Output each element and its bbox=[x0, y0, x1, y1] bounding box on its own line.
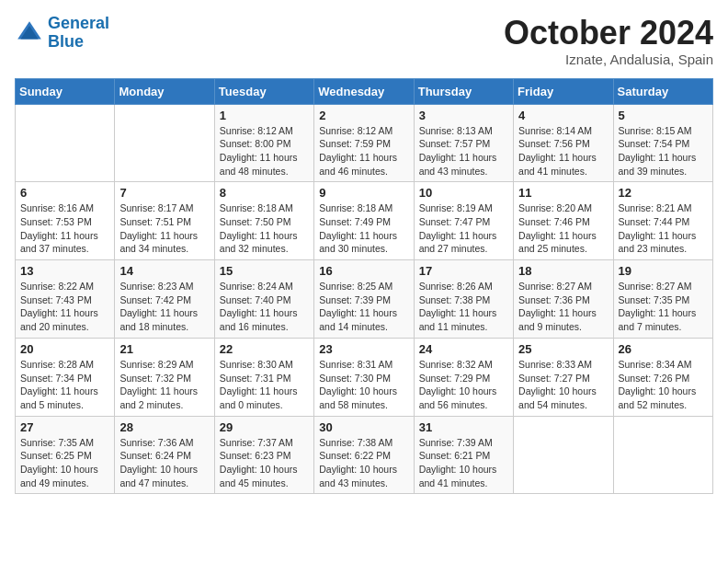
day-number: 23 bbox=[319, 342, 408, 356]
calendar-cell bbox=[514, 416, 613, 494]
day-info: Sunrise: 8:31 AMSunset: 7:30 PMDaylight:… bbox=[319, 358, 408, 412]
calendar-cell: 18Sunrise: 8:27 AMSunset: 7:36 PMDayligh… bbox=[514, 260, 613, 339]
calendar-cell: 7Sunrise: 8:17 AMSunset: 7:51 PMDaylight… bbox=[115, 182, 214, 260]
day-number: 6 bbox=[20, 186, 109, 200]
calendar-cell: 3Sunrise: 8:13 AMSunset: 7:57 PMDaylight… bbox=[414, 104, 513, 182]
day-number: 7 bbox=[119, 186, 209, 200]
header-cell-tuesday: Tuesday bbox=[214, 78, 313, 104]
day-number: 12 bbox=[619, 186, 708, 200]
day-number: 25 bbox=[518, 342, 608, 356]
day-number: 1 bbox=[220, 109, 309, 122]
calendar-cell: 5Sunrise: 8:15 AMSunset: 7:54 PMDaylight… bbox=[613, 104, 712, 182]
calendar-cell: 9Sunrise: 8:18 AMSunset: 7:49 PMDaylight… bbox=[314, 182, 414, 260]
day-info: Sunrise: 8:18 AMSunset: 7:50 PMDaylight:… bbox=[220, 201, 309, 256]
header-row: SundayMondayTuesdayWednesdayThursdayFrid… bbox=[16, 78, 713, 104]
calendar-cell bbox=[613, 416, 712, 494]
day-info: Sunrise: 8:19 AMSunset: 7:47 PMDaylight:… bbox=[419, 201, 508, 256]
day-info: Sunrise: 7:35 AMSunset: 6:25 PMDaylight:… bbox=[20, 436, 109, 490]
day-info: Sunrise: 8:21 AMSunset: 7:44 PMDaylight:… bbox=[619, 201, 708, 256]
calendar-body: 1Sunrise: 8:12 AMSunset: 8:00 PMDaylight… bbox=[16, 104, 713, 494]
day-info: Sunrise: 7:36 AMSunset: 6:24 PMDaylight:… bbox=[119, 436, 209, 490]
calendar-cell: 16Sunrise: 8:25 AMSunset: 7:39 PMDayligh… bbox=[314, 260, 414, 339]
day-info: Sunrise: 8:26 AMSunset: 7:38 PMDaylight:… bbox=[419, 280, 508, 334]
calendar-cell: 23Sunrise: 8:31 AMSunset: 7:30 PMDayligh… bbox=[314, 338, 414, 416]
day-info: Sunrise: 8:15 AMSunset: 7:54 PMDaylight:… bbox=[619, 124, 708, 178]
calendar-cell: 24Sunrise: 8:32 AMSunset: 7:29 PMDayligh… bbox=[414, 338, 513, 416]
day-number: 10 bbox=[419, 186, 508, 200]
day-number: 28 bbox=[119, 420, 209, 434]
day-info: Sunrise: 8:33 AMSunset: 7:27 PMDaylight:… bbox=[518, 358, 608, 412]
day-number: 26 bbox=[619, 342, 708, 356]
calendar-cell: 26Sunrise: 8:34 AMSunset: 7:26 PMDayligh… bbox=[613, 338, 712, 416]
calendar-week-1: 6Sunrise: 8:16 AMSunset: 7:53 PMDaylight… bbox=[16, 182, 713, 260]
day-info: Sunrise: 8:24 AMSunset: 7:40 PMDaylight:… bbox=[220, 280, 309, 334]
day-info: Sunrise: 8:20 AMSunset: 7:46 PMDaylight:… bbox=[518, 201, 608, 256]
calendar-cell: 8Sunrise: 8:18 AMSunset: 7:50 PMDaylight… bbox=[214, 182, 313, 260]
calendar-cell bbox=[115, 104, 214, 182]
day-info: Sunrise: 8:14 AMSunset: 7:56 PMDaylight:… bbox=[518, 124, 608, 178]
day-number: 3 bbox=[419, 109, 508, 122]
calendar-cell: 6Sunrise: 8:16 AMSunset: 7:53 PMDaylight… bbox=[16, 182, 115, 260]
header-cell-sunday: Sunday bbox=[16, 78, 115, 104]
day-number: 9 bbox=[319, 186, 408, 200]
day-info: Sunrise: 7:38 AMSunset: 6:22 PMDaylight:… bbox=[319, 436, 408, 490]
day-number: 18 bbox=[518, 264, 608, 278]
day-number: 11 bbox=[518, 186, 608, 200]
day-number: 29 bbox=[220, 420, 309, 434]
day-number: 2 bbox=[319, 109, 408, 122]
header-cell-friday: Friday bbox=[514, 78, 613, 104]
day-number: 5 bbox=[619, 109, 708, 122]
calendar-cell: 20Sunrise: 8:28 AMSunset: 7:34 PMDayligh… bbox=[16, 338, 115, 416]
calendar-cell: 1Sunrise: 8:12 AMSunset: 8:00 PMDaylight… bbox=[214, 104, 313, 182]
day-info: Sunrise: 8:23 AMSunset: 7:42 PMDaylight:… bbox=[119, 280, 209, 334]
calendar-cell: 29Sunrise: 7:37 AMSunset: 6:23 PMDayligh… bbox=[214, 416, 313, 494]
month-title: October 2024 bbox=[504, 15, 713, 52]
calendar-week-3: 20Sunrise: 8:28 AMSunset: 7:34 PMDayligh… bbox=[16, 338, 713, 416]
day-info: Sunrise: 8:34 AMSunset: 7:26 PMDaylight:… bbox=[619, 358, 708, 412]
logo-text: General Blue bbox=[48, 15, 109, 52]
header-cell-saturday: Saturday bbox=[613, 78, 712, 104]
title-block: October 2024 Iznate, Andalusia, Spain bbox=[504, 15, 713, 67]
day-info: Sunrise: 8:18 AMSunset: 7:49 PMDaylight:… bbox=[319, 201, 408, 256]
calendar-table: SundayMondayTuesdayWednesdayThursdayFrid… bbox=[15, 78, 713, 495]
calendar-cell: 31Sunrise: 7:39 AMSunset: 6:21 PMDayligh… bbox=[414, 416, 513, 494]
calendar-cell: 22Sunrise: 8:30 AMSunset: 7:31 PMDayligh… bbox=[214, 338, 313, 416]
header-cell-monday: Monday bbox=[115, 78, 214, 104]
logo: General Blue bbox=[15, 15, 109, 52]
day-number: 19 bbox=[619, 264, 708, 278]
day-info: Sunrise: 8:16 AMSunset: 7:53 PMDaylight:… bbox=[20, 201, 109, 256]
day-number: 8 bbox=[220, 186, 309, 200]
location-subtitle: Iznate, Andalusia, Spain bbox=[504, 52, 713, 67]
day-info: Sunrise: 8:12 AMSunset: 7:59 PMDaylight:… bbox=[319, 124, 408, 178]
day-number: 20 bbox=[20, 342, 109, 356]
calendar-cell: 11Sunrise: 8:20 AMSunset: 7:46 PMDayligh… bbox=[514, 182, 613, 260]
day-info: Sunrise: 8:32 AMSunset: 7:29 PMDaylight:… bbox=[419, 358, 508, 412]
day-number: 30 bbox=[319, 420, 408, 434]
page-header: General Blue October 2024 Iznate, Andalu… bbox=[15, 15, 713, 67]
day-number: 4 bbox=[518, 109, 608, 122]
calendar-cell: 2Sunrise: 8:12 AMSunset: 7:59 PMDaylight… bbox=[314, 104, 414, 182]
day-number: 13 bbox=[20, 264, 109, 278]
day-number: 22 bbox=[220, 342, 309, 356]
day-number: 21 bbox=[119, 342, 209, 356]
day-number: 16 bbox=[319, 264, 408, 278]
calendar-cell: 25Sunrise: 8:33 AMSunset: 7:27 PMDayligh… bbox=[514, 338, 613, 416]
day-info: Sunrise: 8:25 AMSunset: 7:39 PMDaylight:… bbox=[319, 280, 408, 334]
day-info: Sunrise: 8:13 AMSunset: 7:57 PMDaylight:… bbox=[419, 124, 508, 178]
day-info: Sunrise: 8:27 AMSunset: 7:36 PMDaylight:… bbox=[518, 280, 608, 334]
calendar-cell: 21Sunrise: 8:29 AMSunset: 7:32 PMDayligh… bbox=[115, 338, 214, 416]
day-number: 27 bbox=[20, 420, 109, 434]
day-info: Sunrise: 7:37 AMSunset: 6:23 PMDaylight:… bbox=[220, 436, 309, 490]
day-number: 17 bbox=[419, 264, 508, 278]
calendar-header: SundayMondayTuesdayWednesdayThursdayFrid… bbox=[16, 78, 713, 104]
calendar-cell: 27Sunrise: 7:35 AMSunset: 6:25 PMDayligh… bbox=[16, 416, 115, 494]
day-info: Sunrise: 8:22 AMSunset: 7:43 PMDaylight:… bbox=[20, 280, 109, 334]
calendar-cell bbox=[16, 104, 115, 182]
calendar-cell: 30Sunrise: 7:38 AMSunset: 6:22 PMDayligh… bbox=[314, 416, 414, 494]
calendar-cell: 12Sunrise: 8:21 AMSunset: 7:44 PMDayligh… bbox=[613, 182, 712, 260]
calendar-cell: 4Sunrise: 8:14 AMSunset: 7:56 PMDaylight… bbox=[514, 104, 613, 182]
day-info: Sunrise: 8:30 AMSunset: 7:31 PMDaylight:… bbox=[220, 358, 309, 412]
header-cell-wednesday: Wednesday bbox=[314, 78, 414, 104]
day-number: 15 bbox=[220, 264, 309, 278]
calendar-week-4: 27Sunrise: 7:35 AMSunset: 6:25 PMDayligh… bbox=[16, 416, 713, 494]
